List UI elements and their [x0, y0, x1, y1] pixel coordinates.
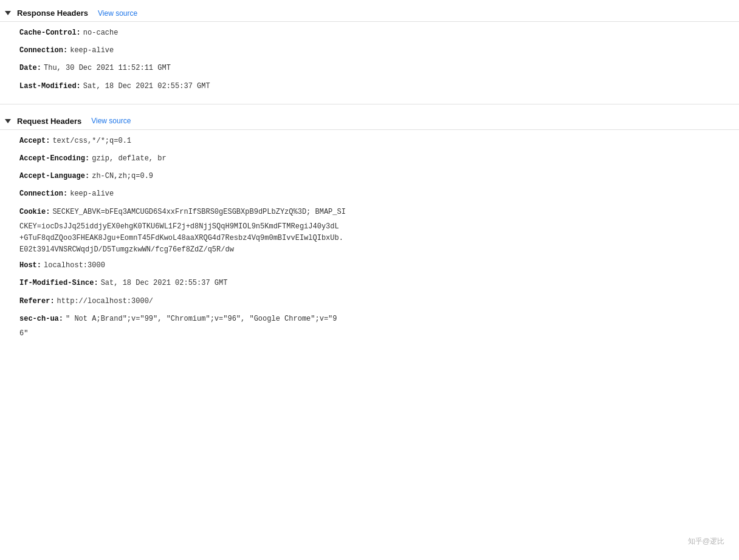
table-row: Referer: http://localhost:3000/	[0, 293, 739, 310]
response-headers-section: Response Headers View source Cache-Contr…	[0, 0, 739, 100]
table-row: Cookie: SECKEY_ABVK=bFEq3AMCUGD6S4xxFrnI…	[0, 203, 739, 221]
header-name-referer: Referer:	[19, 296, 55, 307]
response-headers-header: Response Headers View source	[0, 5, 739, 22]
header-name-if-modified-since: If-Modified-Since:	[19, 278, 98, 289]
table-row: Connection: keep-alive	[0, 42, 739, 60]
header-name-date: Date:	[19, 63, 41, 74]
table-row: Connection: keep-alive	[0, 185, 739, 203]
header-name-cache-control: Cache-Control:	[19, 27, 81, 39]
header-name-cookie: Cookie:	[19, 207, 50, 218]
watermark: 知乎@逻比	[686, 535, 727, 548]
table-row: Date: Thu, 30 Dec 2021 11:52:11 GMT	[0, 60, 739, 77]
header-value-cookie-line4: E02t39l4VNSRCWqdjD/D5TumgzkwWN/fcg76ef8Z…	[0, 244, 739, 256]
table-row: Host: localhost:3000	[0, 257, 739, 275]
response-headers-title-group: Response Headers	[5, 9, 88, 18]
header-value-host: localhost:3000	[44, 260, 105, 271]
header-value-sec-ch-ua-line2: 6"	[0, 328, 739, 340]
header-value-cache-control: no-cache	[83, 27, 119, 39]
request-headers-header: Request Headers View source	[0, 113, 739, 130]
header-value-accept-encoding: gzip, deflate, br	[92, 153, 166, 165]
request-headers-section: Request Headers View source Accept: text…	[0, 108, 739, 344]
table-row: Accept: text/css,*/*;q=0.1	[0, 132, 739, 150]
response-headers-view-source[interactable]: View source	[98, 9, 137, 18]
header-name-connection-req: Connection:	[19, 188, 67, 200]
table-row: Last-Modified: Sat, 18 Dec 2021 02:55:37…	[0, 78, 739, 95]
header-name-sec-ch-ua: sec-ch-ua:	[19, 313, 63, 325]
section-divider	[0, 104, 739, 104]
header-value-cookie-line1: SECKEY_ABVK=bFEq3AMCUGD6S4xxFrnIfSBRS0gE…	[52, 207, 345, 218]
response-headers-title: Response Headers	[17, 9, 88, 18]
table-row: sec-ch-ua: " Not A;Brand";v="99", "Chrom…	[0, 310, 739, 328]
header-value-cookie-line2: CKEY=iocDsJJq25iddjyEX0ehgK0TKU6WL1F2j+d…	[0, 221, 739, 233]
header-value-cookie-line3: +GTuF8qdZQoo3FHEAK8Jgu+EomnT45FdKwoL48aa…	[0, 233, 739, 244]
header-value-accept: text/css,*/*;q=0.1	[52, 135, 131, 147]
request-headers-view-source[interactable]: View source	[91, 117, 131, 125]
header-value-last-modified-res: Sat, 18 Dec 2021 02:55:37 GMT	[83, 81, 210, 92]
table-row: Accept-Encoding: gzip, deflate, br	[0, 150, 739, 168]
request-headers-title: Request Headers	[17, 117, 81, 126]
header-value-connection-req: keep-alive	[70, 188, 114, 200]
header-value-date: Thu, 30 Dec 2021 11:52:11 GMT	[44, 63, 171, 74]
header-name-last-modified-res: Last-Modified:	[19, 81, 81, 92]
header-name-connection-res: Connection:	[19, 45, 67, 56]
header-value-if-modified-since: Sat, 18 Dec 2021 02:55:37 GMT	[101, 278, 228, 289]
table-row: If-Modified-Since: Sat, 18 Dec 2021 02:5…	[0, 275, 739, 292]
response-headers-triangle-icon	[5, 11, 11, 15]
table-row: Cache-Control: no-cache	[0, 24, 739, 42]
header-name-host: Host:	[19, 260, 41, 271]
header-value-referer: http://localhost:3000/	[57, 296, 153, 307]
table-row: Accept-Language: zh-CN,zh;q=0.9	[0, 168, 739, 185]
header-name-accept-encoding: Accept-Encoding:	[19, 153, 89, 165]
header-value-sec-ch-ua-line1: " Not A;Brand";v="99", "Chromium";v="96"…	[66, 313, 337, 325]
request-headers-title-group: Request Headers	[5, 117, 81, 126]
request-headers-triangle-icon	[5, 119, 11, 123]
request-headers-list: Accept: text/css,*/*;q=0.1 Accept-Encodi…	[0, 132, 739, 340]
response-headers-list: Cache-Control: no-cache Connection: keep…	[0, 24, 739, 95]
header-value-accept-language: zh-CN,zh;q=0.9	[92, 171, 153, 182]
header-name-accept-language: Accept-Language:	[19, 171, 89, 182]
header-name-accept: Accept:	[19, 135, 50, 147]
header-value-connection-res: keep-alive	[70, 45, 114, 56]
